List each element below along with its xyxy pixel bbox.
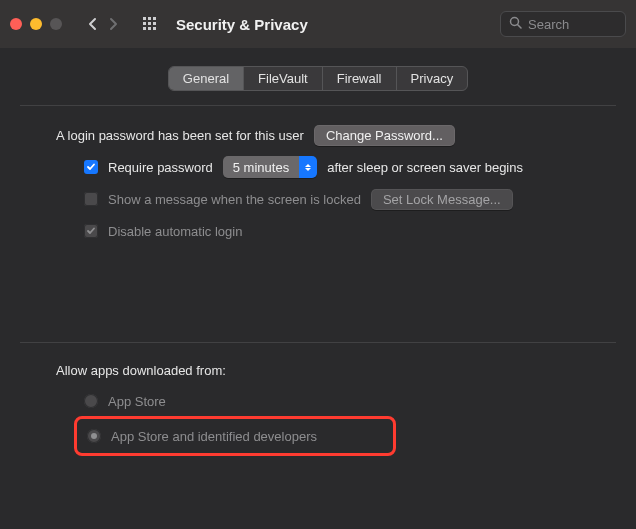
gatekeeper-appstore-row: App Store <box>56 390 580 412</box>
search-icon <box>509 16 522 32</box>
search-input[interactable] <box>528 17 608 32</box>
svg-rect-2 <box>153 17 156 20</box>
gatekeeper-identified-highlight: App Store and identified developers <box>74 416 396 456</box>
gatekeeper-appstore-radio[interactable] <box>84 394 98 408</box>
zoom-window-button[interactable] <box>50 18 62 30</box>
stepper-icon <box>299 156 317 178</box>
show-message-checkbox[interactable] <box>84 192 98 206</box>
gatekeeper-section-label: Allow apps downloaded from: <box>56 363 580 378</box>
show-message-row: Show a message when the screen is locked… <box>56 188 580 210</box>
titlebar: Security & Privacy <box>0 0 636 48</box>
back-button[interactable] <box>86 17 100 31</box>
tab-general[interactable]: General <box>169 67 244 90</box>
svg-rect-4 <box>148 22 151 25</box>
svg-rect-8 <box>153 27 156 30</box>
svg-rect-1 <box>148 17 151 20</box>
tab-privacy[interactable]: Privacy <box>397 67 468 90</box>
show-all-prefs-icon[interactable] <box>142 16 158 32</box>
svg-line-10 <box>518 25 522 29</box>
require-password-label: Require password <box>108 160 213 175</box>
window-controls <box>10 18 62 30</box>
svg-rect-0 <box>143 17 146 20</box>
disable-auto-login-checkbox[interactable] <box>84 224 98 238</box>
password-set-row: A login password has been set for this u… <box>56 124 580 146</box>
require-password-delay-value: 5 minutes <box>223 156 299 178</box>
svg-rect-3 <box>143 22 146 25</box>
show-message-label: Show a message when the screen is locked <box>108 192 361 207</box>
svg-rect-7 <box>148 27 151 30</box>
after-sleep-label: after sleep or screen saver begins <box>327 160 523 175</box>
content: General FileVault Firewall Privacy A log… <box>0 48 636 456</box>
gatekeeper-identified-label: App Store and identified developers <box>111 429 317 444</box>
search-field[interactable] <box>500 11 626 37</box>
tabs-row: General FileVault Firewall Privacy <box>20 66 616 91</box>
svg-rect-5 <box>153 22 156 25</box>
disable-auto-login-label: Disable automatic login <box>108 224 242 239</box>
forward-button[interactable] <box>106 17 120 31</box>
window-title: Security & Privacy <box>176 16 308 33</box>
set-lock-message-button[interactable]: Set Lock Message... <box>371 189 513 210</box>
gatekeeper-appstore-label: App Store <box>108 394 166 409</box>
tab-filevault[interactable]: FileVault <box>244 67 323 90</box>
gatekeeper-identified-radio[interactable] <box>87 429 101 443</box>
tab-group: General FileVault Firewall Privacy <box>168 66 468 91</box>
nav-arrows <box>86 17 120 31</box>
require-password-checkbox[interactable] <box>84 160 98 174</box>
disable-auto-login-row: Disable automatic login <box>56 220 580 242</box>
require-password-row: Require password 5 minutes after sleep o… <box>56 156 580 178</box>
general-panel: A login password has been set for this u… <box>20 105 616 456</box>
svg-rect-6 <box>143 27 146 30</box>
gatekeeper-identified-row: App Store and identified developers <box>87 425 383 447</box>
tab-firewall[interactable]: Firewall <box>323 67 397 90</box>
close-window-button[interactable] <box>10 18 22 30</box>
change-password-button[interactable]: Change Password... <box>314 125 455 146</box>
require-password-delay-select[interactable]: 5 minutes <box>223 156 317 178</box>
divider <box>20 342 616 343</box>
minimize-window-button[interactable] <box>30 18 42 30</box>
password-set-label: A login password has been set for this u… <box>56 128 304 143</box>
